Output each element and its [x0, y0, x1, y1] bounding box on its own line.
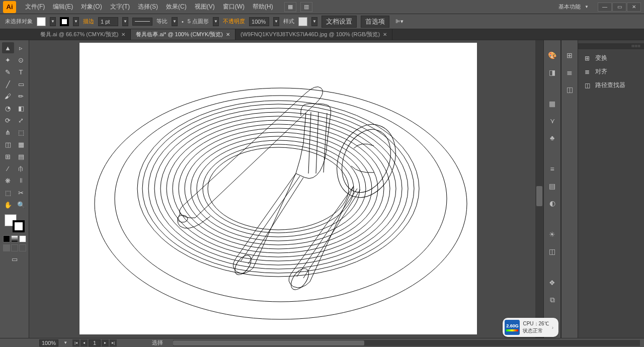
type-tool[interactable]: T — [15, 66, 27, 77]
draw-inside[interactable] — [19, 244, 26, 251]
first-artboard[interactable]: |◂ — [72, 339, 79, 346]
align-icon[interactable]: ⊫▾ — [395, 18, 404, 25]
chevron-icon[interactable]: › — [552, 325, 553, 330]
vertical-scrollbar[interactable] — [535, 40, 543, 338]
zoom-tool[interactable]: 🔍 — [15, 199, 27, 210]
style-swatch[interactable] — [298, 17, 307, 26]
zoom-level[interactable]: 100% — [39, 339, 58, 346]
workspace-label[interactable]: 基本功能 — [558, 3, 581, 11]
transform-icon[interactable]: ⊞ — [565, 50, 575, 60]
doc-tab-1[interactable]: 餐具.ai @ 66.67% (CMYK/预览)✕ — [35, 29, 131, 40]
pathfinder-icon[interactable]: ◫ — [565, 84, 575, 95]
draw-behind[interactable] — [11, 244, 18, 251]
menu-view[interactable]: 视图(V) — [191, 3, 219, 11]
gradient-tool[interactable]: ▤ — [15, 151, 27, 162]
layers-icon[interactable]: ❖ — [547, 278, 557, 288]
none-mode[interactable] — [19, 235, 26, 242]
free-transform-tool[interactable]: ⬚ — [15, 127, 27, 138]
gradient-mode[interactable] — [11, 235, 18, 242]
artboard[interactable] — [79, 43, 477, 334]
symbol-sprayer-tool[interactable]: ❋ — [2, 175, 14, 186]
column-graph-tool[interactable]: ⫴ — [15, 175, 27, 186]
pen-tool[interactable]: ✎ — [2, 66, 14, 77]
brush-dropdown[interactable]: ▼ — [213, 17, 219, 26]
hand-tool[interactable]: ✋ — [2, 199, 14, 210]
opacity-input[interactable] — [249, 17, 269, 26]
menu-window[interactable]: 窗口(W) — [219, 3, 249, 11]
gradient-panel-icon[interactable]: ▤ — [547, 181, 557, 191]
artboard-number[interactable]: 1 — [89, 339, 101, 346]
color-mode[interactable] — [3, 235, 10, 242]
stroke-profile[interactable] — [132, 18, 152, 26]
stroke-color[interactable] — [13, 220, 25, 232]
graphic-styles-icon[interactable]: ◫ — [547, 246, 557, 256]
stroke-weight-dropdown[interactable]: ▼ — [122, 17, 128, 26]
canvas-area[interactable] — [29, 40, 543, 338]
opacity-dropdown[interactable]: ▼ — [273, 17, 279, 26]
pencil-tool[interactable]: ✏ — [15, 91, 27, 102]
artboards-icon[interactable]: ⧉ — [547, 295, 557, 305]
color-guide-icon[interactable]: ◨ — [547, 67, 557, 77]
window-maximize-button[interactable]: ▭ — [612, 3, 626, 12]
doc-tab-3[interactable]: (W9FNQ1KVY8J8TVKS7IA46D.jpg @ 100% (RGB/… — [235, 29, 392, 40]
next-artboard[interactable]: ▸ — [102, 339, 109, 346]
prev-artboard[interactable]: ◂ — [80, 339, 88, 346]
prefs-button[interactable]: 首选项 — [361, 16, 389, 28]
fill-swatch[interactable] — [37, 17, 46, 26]
panel-transform[interactable]: ⊞变换 — [578, 51, 644, 65]
symbols-icon[interactable]: ♣ — [547, 133, 557, 143]
stroke-swatch[interactable] — [60, 17, 69, 26]
workspace-arrow-icon[interactable]: ▼ — [585, 5, 589, 9]
lasso-tool[interactable]: ⊙ — [15, 54, 27, 65]
profile-dropdown[interactable]: ▼ — [172, 17, 178, 26]
eraser-tool[interactable]: ◧ — [15, 103, 27, 114]
fill-dropdown[interactable]: ▼ — [50, 17, 56, 26]
slice-tool[interactable]: ✂ — [15, 187, 27, 198]
doc-setup-button[interactable]: 文档设置 — [321, 16, 357, 28]
arrange-icon[interactable]: ▥ — [300, 2, 312, 12]
panel-pathfinder[interactable]: ◫路径查找器 — [578, 78, 644, 92]
paintbrush-tool[interactable]: 🖌 — [2, 91, 14, 102]
menu-file[interactable]: 文件(F) — [21, 3, 49, 11]
draw-normal[interactable] — [3, 244, 10, 251]
close-icon[interactable]: ✕ — [121, 32, 125, 37]
width-tool[interactable]: ⋔ — [2, 127, 14, 138]
stroke-weight-input[interactable] — [98, 17, 118, 26]
scrollbar-thumb[interactable] — [173, 340, 364, 345]
zoom-dropdown-icon[interactable]: ▼ — [63, 340, 67, 345]
doc-tab-2[interactable]: 餐具临摹.ai* @ 100% (CMYK/预览)✕ — [131, 29, 235, 40]
swatches-icon[interactable]: ▦ — [547, 99, 557, 109]
panel-align[interactable]: ≣对齐 — [578, 65, 644, 78]
color-panel-icon[interactable]: 🎨 — [547, 50, 557, 60]
menu-help[interactable]: 帮助(H) — [249, 3, 277, 11]
cpu-monitor-widget[interactable]: 2.60G CPU：26℃ 状态正常 › — [503, 318, 558, 337]
direct-selection-tool[interactable]: ▹ — [15, 42, 27, 53]
rectangle-tool[interactable]: ▭ — [15, 78, 27, 90]
menu-object[interactable]: 对象(O) — [77, 3, 106, 11]
scrollbar-thumb[interactable] — [536, 186, 542, 206]
menu-type[interactable]: 文字(T) — [106, 3, 134, 11]
window-minimize-button[interactable]: — — [598, 3, 612, 12]
align-icon[interactable]: ≣ — [565, 67, 575, 77]
selection-tool[interactable]: ▲ — [2, 42, 14, 53]
shape-builder-tool[interactable]: ◫ — [2, 139, 14, 150]
rotate-tool[interactable]: ⟳ — [2, 115, 14, 126]
mesh-tool[interactable]: ⊞ — [2, 151, 14, 162]
stroke-dropdown[interactable]: ▼ — [73, 17, 79, 26]
artboard-tool[interactable]: ⬚ — [2, 187, 14, 198]
transparency-icon[interactable]: ◐ — [547, 198, 557, 208]
close-icon[interactable]: ✕ — [226, 32, 230, 37]
last-artboard[interactable]: ▸| — [110, 339, 117, 346]
line-tool[interactable]: ╱ — [2, 78, 14, 90]
menu-edit[interactable]: 编辑(E) — [49, 3, 77, 11]
scale-tool[interactable]: ⤢ — [15, 115, 27, 126]
eyedropper-tool[interactable]: ⁄ — [2, 163, 14, 174]
perspective-tool[interactable]: ▦ — [15, 139, 27, 150]
horizontal-scrollbar[interactable] — [173, 340, 640, 346]
magic-wand-tool[interactable]: ✦ — [2, 54, 14, 65]
menu-effect[interactable]: 效果(C) — [162, 3, 191, 11]
menu-select[interactable]: 选择(S) — [134, 3, 162, 11]
screen-mode[interactable]: ▭ — [9, 253, 21, 265]
style-dropdown[interactable]: ▼ — [311, 17, 317, 26]
bridge-icon[interactable]: ▦ — [284, 2, 296, 12]
